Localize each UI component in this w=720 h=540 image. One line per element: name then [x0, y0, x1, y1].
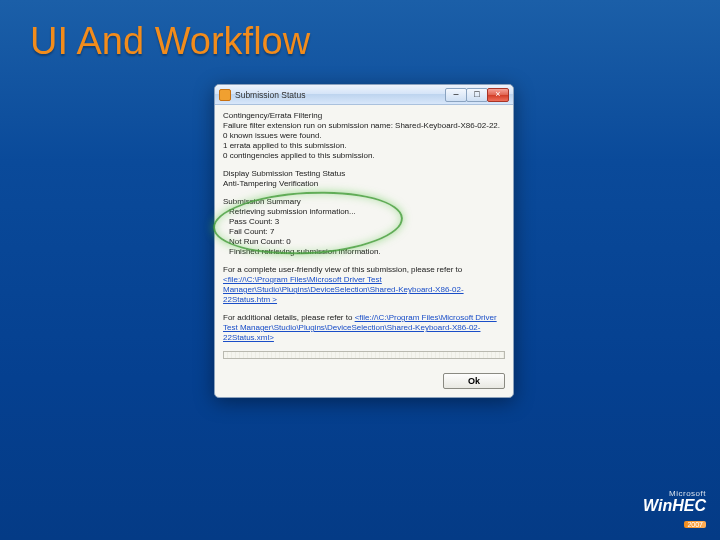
summary-pass-count: Pass Count: 3 [223, 217, 505, 227]
footer-logo: Microsoft WinHEC 2007 [643, 490, 706, 530]
app-icon [219, 89, 231, 101]
summary-heading: Submission Summary [223, 197, 505, 207]
slide-title: UI And Workflow [30, 20, 310, 63]
dialog-button-row: Ok [215, 367, 513, 397]
maximize-button[interactable]: □ [466, 88, 488, 102]
details-intro: For additional details, please refer to [223, 313, 355, 322]
window-controls: – □ × [446, 88, 509, 102]
details-block: For additional details, please refer to … [223, 313, 505, 343]
summary-fail-count: Fail Count: 7 [223, 227, 505, 237]
summary-line: Retrieving submission information... [223, 207, 505, 217]
footer-brand: WinHEC [643, 498, 706, 514]
summary-notrun-count: Not Run Count: 0 [223, 237, 505, 247]
status-line: 0 contingencies applied to this submissi… [223, 151, 505, 161]
testing-status-block: Display Submission Testing Status Anti-T… [223, 169, 505, 189]
window-title: Submission Status [235, 90, 446, 100]
testing-line: Display Submission Testing Status [223, 169, 505, 179]
ok-button[interactable]: Ok [443, 373, 505, 389]
summary-line: Finished retrieving submission informati… [223, 247, 505, 257]
window-content: Contingency/Errata Filtering Failure fil… [215, 105, 513, 367]
close-button[interactable]: × [487, 88, 509, 102]
friendly-view-link[interactable]: <file://\C:\Program Files\Microsoft Driv… [223, 275, 464, 304]
contingency-heading: Contingency/Errata Filtering [223, 111, 505, 121]
friendly-view-block: For a complete user-friendly view of thi… [223, 265, 505, 305]
progress-bar [223, 351, 505, 359]
titlebar[interactable]: Submission Status – □ × [215, 85, 513, 105]
testing-line: Anti-Tampering Verification [223, 179, 505, 189]
status-line: 1 errata applied to this submission. [223, 141, 505, 151]
status-line: Failure filter extension run on submissi… [223, 121, 505, 131]
footer-microsoft: Microsoft [643, 490, 706, 498]
footer-year: 2007 [684, 521, 706, 528]
minimize-button[interactable]: – [445, 88, 467, 102]
friendly-intro: For a complete user-friendly view of thi… [223, 265, 462, 274]
status-line: 0 known issues were found. [223, 131, 505, 141]
contingency-block: Contingency/Errata Filtering Failure fil… [223, 111, 505, 161]
submission-summary-block: Submission Summary Retrieving submission… [223, 197, 505, 257]
submission-status-window: Submission Status – □ × Contingency/Erra… [214, 84, 514, 398]
